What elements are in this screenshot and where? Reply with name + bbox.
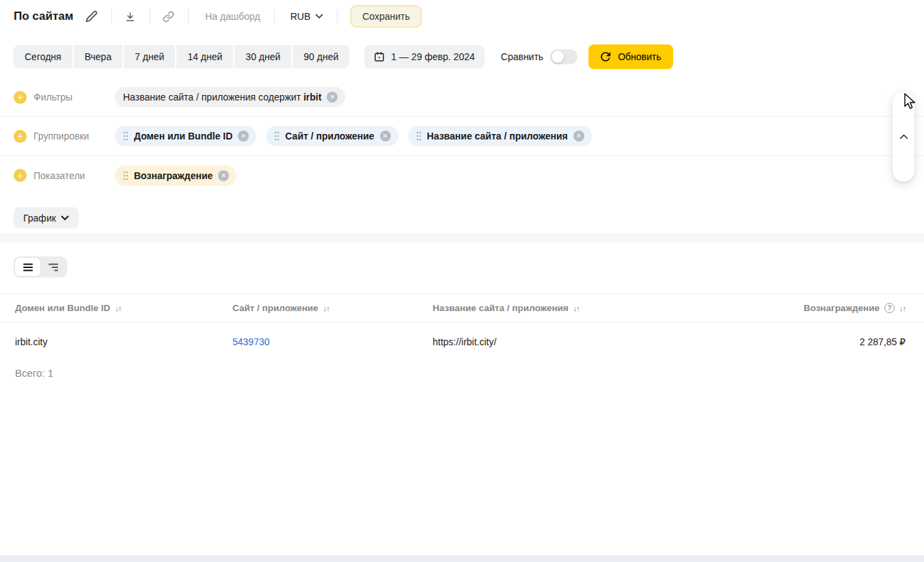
sort-icon[interactable]: ↓↑ <box>899 304 906 312</box>
tree-list-icon <box>47 261 59 273</box>
period-toolbar: Сегодня Вчера 7 дней 14 дней 30 дней 90 … <box>14 44 924 69</box>
currency-value: RUB <box>290 11 311 22</box>
section-divider-band <box>0 233 924 243</box>
dashboard-link[interactable]: На дашборд <box>205 11 260 22</box>
sort-icon[interactable]: ↓↑ <box>115 304 121 312</box>
filter-chip-text: Название сайта / приложения содержит irb… <box>123 92 321 103</box>
chart-dropdown-label: График <box>23 213 56 224</box>
grouping-chip-label: Сайт / приложение <box>285 131 374 142</box>
filters-head: + Фильтры <box>14 91 115 104</box>
cell-site-name: https://irbit.city/ <box>433 336 769 347</box>
column-header-label: Домен или Bundle ID <box>15 303 110 313</box>
cell-domain: irbit.city <box>15 336 232 347</box>
table-row: irbit.city 5439730 https://irbit.city/ 2… <box>0 323 924 360</box>
bottom-scrollbar-track[interactable] <box>0 555 924 562</box>
date-preset-group: Сегодня Вчера 7 дней 14 дней 30 дней 90 … <box>14 45 349 68</box>
page-title: По сайтам <box>14 10 73 23</box>
report-table: Домен или Bundle ID ↓↑ Сайт / приложение… <box>0 293 924 379</box>
flat-view-button[interactable] <box>15 258 40 276</box>
refresh-icon <box>600 51 611 62</box>
add-metric-button[interactable]: + <box>14 169 27 182</box>
remove-grouping-icon[interactable]: ✕ <box>573 131 584 142</box>
total-count: Всего: 1 <box>15 367 924 379</box>
collapse-panel-button[interactable] <box>893 92 914 182</box>
compare-label: Сравнить <box>501 51 543 62</box>
toggle-knob <box>552 51 564 63</box>
metric-chip-reward[interactable]: Вознаграждение ✕ <box>115 165 236 186</box>
grouping-chip-site[interactable]: Сайт / приложение ✕ <box>266 126 398 146</box>
sort-icon[interactable]: ↓↑ <box>573 304 580 312</box>
metrics-label: Показатели <box>33 170 85 181</box>
remove-metric-icon[interactable]: ✕ <box>218 170 229 181</box>
compare-toggle[interactable] <box>550 49 578 64</box>
grouping-chip-label: Домен или Bundle ID <box>134 131 232 142</box>
remove-grouping-icon[interactable]: ✕ <box>380 131 391 142</box>
question-icon[interactable]: ? <box>884 303 895 313</box>
column-header-reward[interactable]: Вознаграждение ? ↓↑ <box>769 303 906 313</box>
refresh-button[interactable]: Обновить <box>588 44 672 69</box>
drag-handle-icon[interactable] <box>123 131 128 141</box>
chevron-down-icon <box>61 215 69 221</box>
tree-view-button[interactable] <box>40 258 66 276</box>
filter-chip-value: irbit <box>303 92 321 103</box>
filters-label: Фильтры <box>33 92 72 103</box>
date-range-button[interactable]: 1 — 29 февр. 2024 <box>364 45 484 68</box>
calendar-icon <box>374 51 385 62</box>
cell-reward: 2 287,85 ₽ <box>769 336 906 347</box>
preset-yesterday[interactable]: Вчера <box>74 45 123 68</box>
column-header-site[interactable]: Сайт / приложение ↓↑ <box>232 303 433 313</box>
site-id-link[interactable]: 5439730 <box>232 336 270 347</box>
add-grouping-button[interactable]: + <box>14 130 27 143</box>
remove-filter-icon[interactable]: ✕ <box>327 92 338 103</box>
add-filter-button[interactable]: + <box>14 91 27 104</box>
column-header-label: Вознаграждение <box>804 303 880 313</box>
groupings-head: + Группировки <box>14 130 115 143</box>
column-header-site-name[interactable]: Название сайта / приложения ↓↑ <box>433 303 769 313</box>
divider <box>111 10 112 23</box>
grouping-chip-site-name[interactable]: Название сайта / приложения ✕ <box>408 126 592 146</box>
preset-30-days[interactable]: 30 дней <box>234 45 291 68</box>
pencil-icon <box>85 10 98 23</box>
grouping-chip-domain[interactable]: Домен или Bundle ID ✕ <box>115 126 256 146</box>
divider <box>188 10 189 23</box>
divider <box>150 10 150 23</box>
sort-icon[interactable]: ↓↑ <box>323 304 329 312</box>
metric-chip-label: Вознаграждение <box>134 170 213 181</box>
metrics-row: + Показатели Вознаграждение ✕ <box>0 156 924 195</box>
preset-90-days[interactable]: 90 дней <box>293 45 349 68</box>
table-header-row: Домен или Bundle ID ↓↑ Сайт / приложение… <box>0 293 924 323</box>
download-icon <box>124 11 136 23</box>
metrics-head: + Показатели <box>14 169 115 182</box>
chevron-up-icon <box>899 134 908 139</box>
groupings-label: Группировки <box>33 131 89 142</box>
column-header-domain[interactable]: Домен или Bundle ID ↓↑ <box>15 303 232 313</box>
currency-select[interactable]: RUB <box>290 11 324 22</box>
preset-14-days[interactable]: 14 дней <box>176 45 233 68</box>
divider <box>274 10 275 23</box>
grouping-chip-label: Название сайта / приложения <box>427 131 568 142</box>
table-view-switch <box>14 256 67 278</box>
groupings-row: + Группировки Домен или Bundle ID ✕ Сайт… <box>0 117 924 156</box>
chevron-down-icon <box>315 14 323 19</box>
date-range-value: 1 — 29 февр. 2024 <box>391 51 474 62</box>
drag-handle-icon[interactable] <box>123 171 128 180</box>
download-button[interactable] <box>124 11 136 23</box>
divider <box>337 10 338 23</box>
preset-today[interactable]: Сегодня <box>14 45 72 68</box>
flat-list-icon <box>22 261 34 273</box>
filter-chip[interactable]: Название сайта / приложения содержит irb… <box>115 87 345 107</box>
top-bar: По сайтам На дашборд RUB Сохранить <box>0 0 924 33</box>
link-icon <box>163 11 174 23</box>
chart-dropdown-button[interactable]: График <box>14 207 79 228</box>
save-button[interactable]: Сохранить <box>351 5 422 27</box>
remove-grouping-icon[interactable]: ✕ <box>238 131 249 142</box>
share-link-button[interactable] <box>163 11 174 23</box>
cell-site: 5439730 <box>232 336 433 347</box>
edit-report-button[interactable] <box>85 10 98 23</box>
preset-7-days[interactable]: 7 дней <box>124 45 175 68</box>
drag-handle-icon[interactable] <box>274 131 280 141</box>
filters-row: + Фильтры Название сайта / приложения со… <box>0 78 924 117</box>
refresh-label: Обновить <box>618 51 661 62</box>
drag-handle-icon[interactable] <box>416 131 422 141</box>
column-header-label: Название сайта / приложения <box>433 303 569 313</box>
